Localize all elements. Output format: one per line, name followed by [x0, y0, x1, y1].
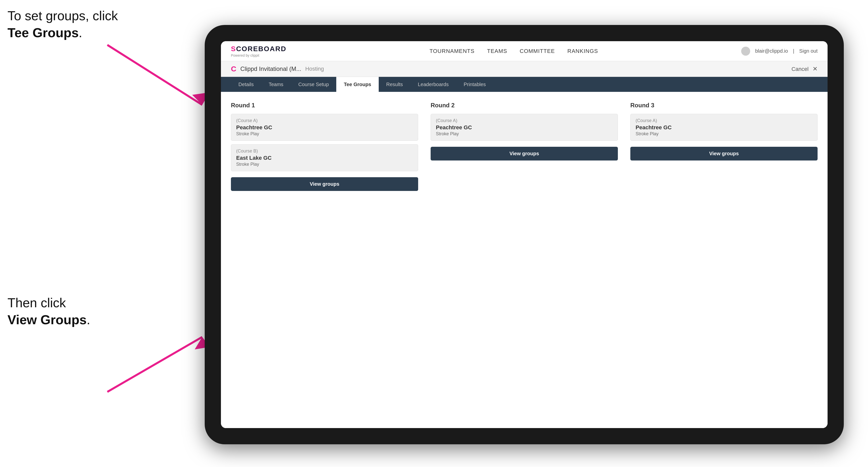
tab-tee-groups[interactable]: Tee Groups: [336, 77, 379, 92]
tab-results[interactable]: Results: [379, 77, 410, 92]
round-3-view-groups-button[interactable]: View groups: [630, 147, 817, 160]
round-3-course-a-label: (Course A): [636, 118, 812, 123]
logo-area: SCOREBOARD Powered by clippit: [231, 45, 286, 57]
sub-header: C Clippd Invitational (M... Hosting Canc…: [221, 61, 828, 77]
round-1-course-a-label: (Course A): [236, 118, 413, 123]
top-nav-links: TOURNAMENTS TEAMS COMMITTEE RANKINGS: [429, 48, 598, 54]
round-1-column: Round 1 (Course A) Peachtree GC Stroke P…: [231, 102, 418, 191]
round-1-view-groups-button[interactable]: View groups: [231, 177, 418, 191]
round-3-course-a: (Course A) Peachtree GC Stroke Play: [630, 114, 817, 141]
logo-text: SCOREBOARD: [231, 45, 286, 53]
avatar: [741, 47, 750, 56]
nav-rankings[interactable]: RANKINGS: [567, 48, 598, 54]
round-1-title: Round 1: [231, 102, 418, 109]
round-1-course-b-label: (Course B): [236, 149, 413, 154]
nav-tournaments[interactable]: TOURNAMENTS: [429, 48, 474, 54]
cancel-link[interactable]: Cancel: [792, 66, 808, 72]
tournament-name: Clippd Invitational (M...: [240, 65, 301, 72]
round-2-course-a-format: Stroke Play: [436, 131, 613, 136]
instruction-top: To set groups, click Tee Groups.: [7, 7, 118, 41]
hosting-status: Hosting: [305, 66, 324, 72]
tab-details[interactable]: Details: [231, 77, 261, 92]
svg-line-2: [107, 337, 202, 392]
tab-nav: Details Teams Course Setup Tee Groups Re…: [221, 77, 828, 92]
round-2-course-a: (Course A) Peachtree GC Stroke Play: [431, 114, 618, 141]
sub-header-right: Cancel ✕: [792, 65, 817, 72]
instruction-bottom: Then click View Groups.: [7, 294, 90, 328]
tab-teams[interactable]: Teams: [261, 77, 291, 92]
tab-course-setup[interactable]: Course Setup: [291, 77, 336, 92]
top-nav-right: blair@clippd.io | Sign out: [741, 47, 817, 56]
sub-logo: C: [231, 65, 237, 73]
top-nav: SCOREBOARD Powered by clippit TOURNAMENT…: [221, 41, 828, 61]
user-email: blair@clippd.io: [755, 48, 788, 54]
round-2-column: Round 2 (Course A) Peachtree GC Stroke P…: [431, 102, 618, 191]
round-3-course-a-format: Stroke Play: [636, 131, 812, 136]
round-3-title: Round 3: [630, 102, 817, 109]
round-2-view-groups-button[interactable]: View groups: [431, 147, 618, 160]
sign-out-link[interactable]: Sign out: [799, 48, 817, 54]
round-1-course-a-name: Peachtree GC: [236, 124, 413, 131]
tab-leaderboards[interactable]: Leaderboards: [410, 77, 456, 92]
nav-committee[interactable]: COMMITTEE: [520, 48, 555, 54]
separator: |: [793, 48, 794, 54]
rounds-container: Round 1 (Course A) Peachtree GC Stroke P…: [231, 102, 817, 191]
round-1-course-b: (Course B) East Lake GC Stroke Play: [231, 144, 418, 171]
tablet-frame: SCOREBOARD Powered by clippit TOURNAMENT…: [205, 25, 844, 444]
round-3-course-a-name: Peachtree GC: [636, 124, 812, 131]
tablet-screen: SCOREBOARD Powered by clippit TOURNAMENT…: [221, 41, 828, 428]
sub-header-left: C Clippd Invitational (M... Hosting: [231, 65, 324, 73]
nav-teams[interactable]: TEAMS: [487, 48, 507, 54]
round-1-course-b-format: Stroke Play: [236, 162, 413, 167]
round-2-title: Round 2: [431, 102, 618, 109]
round-2-course-a-label: (Course A): [436, 118, 613, 123]
round-1-course-a-format: Stroke Play: [236, 131, 413, 136]
main-content: Round 1 (Course A) Peachtree GC Stroke P…: [221, 92, 828, 428]
arrow-top-icon: [95, 37, 220, 112]
round-1-course-b-name: East Lake GC: [236, 155, 413, 161]
round-3-column: Round 3 (Course A) Peachtree GC Stroke P…: [630, 102, 817, 191]
round-2-course-a-name: Peachtree GC: [436, 124, 613, 131]
svg-line-0: [107, 45, 202, 105]
logo-powered: Powered by clippit: [231, 54, 286, 57]
arrow-bottom-icon: [95, 324, 220, 399]
tab-printables[interactable]: Printables: [456, 77, 493, 92]
round-1-course-a: (Course A) Peachtree GC Stroke Play: [231, 114, 418, 141]
close-icon[interactable]: ✕: [813, 65, 817, 72]
